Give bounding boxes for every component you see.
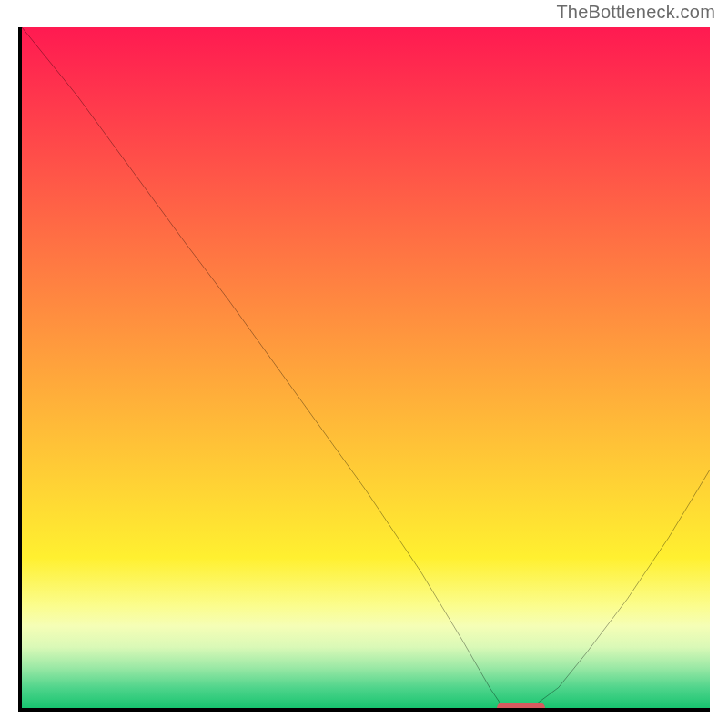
- bottleneck-curve: [22, 27, 710, 708]
- plot-area: [18, 27, 710, 712]
- chart-stage: TheBottleneck.com: [0, 0, 728, 728]
- optimal-range-marker: [497, 703, 545, 712]
- watermark-text: TheBottleneck.com: [556, 2, 715, 23]
